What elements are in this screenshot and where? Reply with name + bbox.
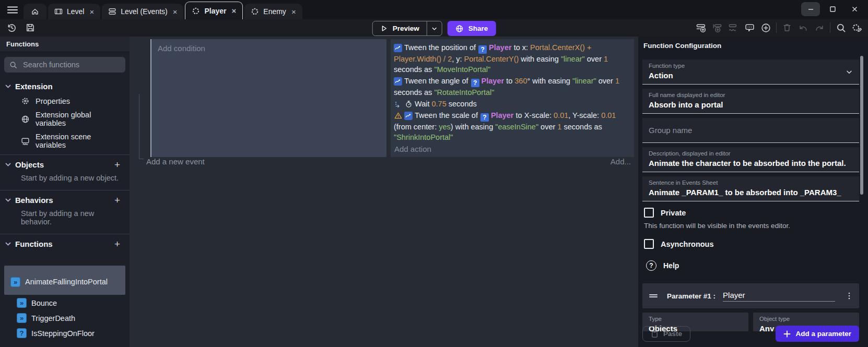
tab-home[interactable] (24, 4, 46, 19)
group-name-field[interactable]: Group name (642, 118, 859, 143)
field-value: Action (649, 71, 853, 80)
close-icon[interactable]: × (173, 8, 178, 16)
object-name: Player (482, 77, 505, 85)
clipboard-icon (651, 330, 659, 338)
function-item-label: TriggerDeath (31, 314, 75, 322)
asynchronous-checkbox[interactable] (644, 239, 654, 249)
event-action[interactable]: Wait 0.75 seconds (394, 98, 630, 110)
maximize-button[interactable] (823, 2, 842, 16)
add-comment-icon[interactable] (744, 21, 755, 34)
close-icon[interactable]: × (291, 8, 296, 16)
function-item-label: Bounce (31, 299, 57, 307)
sidebar-item-properties[interactable]: Properties (0, 94, 130, 108)
add-parameter-button[interactable]: Add a parameter (776, 326, 859, 342)
function-item-issteppingonfloor[interactable]: ? IsSteppingOnFloor (4, 326, 125, 340)
tab-enemy[interactable]: Enemy × (244, 4, 302, 19)
panel-body: Function type Action Full name displayed… (642, 59, 859, 347)
search-icon[interactable] (835, 21, 847, 34)
toolbar-divider (776, 22, 777, 33)
redo-icon[interactable] (814, 21, 825, 34)
parameter-label: Parameter #1 : (667, 292, 715, 300)
object-name: Player (489, 43, 512, 52)
section-label: Functions (15, 240, 53, 248)
function-item-animatefallingintoportal[interactable]: » AnimateFallingIntoPortal (4, 266, 125, 295)
add-condition-button[interactable]: Add condition (158, 44, 205, 53)
description-field[interactable]: Description, displayed in editor Animate… (642, 147, 859, 172)
event-action[interactable]: Tween the position of ?Player to x: Port… (394, 42, 630, 75)
add-event-icon[interactable] (695, 21, 707, 34)
tab-level[interactable]: Level × (48, 4, 100, 19)
preview-dropdown-button[interactable] (427, 21, 442, 35)
add-object-button[interactable]: + (114, 160, 120, 170)
field-label: Sentence in Events Sheet (649, 180, 853, 186)
add-action-button[interactable]: Add action (394, 143, 630, 153)
search-functions-input[interactable] (22, 60, 120, 69)
add-function-button[interactable]: + (114, 239, 120, 249)
edit-extension-icon[interactable] (851, 21, 863, 34)
tab-level-events[interactable]: Level (Events) × (102, 4, 183, 19)
tab-player[interactable]: Player × (185, 2, 243, 19)
function-item-bounce[interactable]: » Bounce (4, 296, 125, 310)
panel-scrollbar[interactable] (860, 56, 863, 195)
event-action[interactable]: Tween the angle of ?Player to 360° with … (394, 75, 630, 98)
delete-icon[interactable] (781, 21, 793, 34)
save-icon[interactable] (24, 21, 37, 34)
help-button[interactable]: ? Help (646, 260, 859, 271)
object-thumbnail-icon: ? (480, 113, 489, 122)
toolbar-left (5, 21, 37, 34)
private-label: Private (661, 209, 686, 217)
preview-button[interactable]: Preview (372, 21, 442, 36)
full-name-field[interactable]: Full name displayed in editor Absorb int… (642, 89, 859, 114)
close-icon[interactable]: × (89, 8, 94, 16)
private-helper-text: This function will be visible in the eve… (644, 222, 859, 230)
tab-label: Level (Events) (121, 7, 167, 16)
private-checkbox[interactable] (644, 208, 654, 218)
section-label: Behaviors (15, 196, 53, 205)
event-action[interactable]: Tween the scale of ?Player to X-scale: 0… (394, 110, 630, 143)
tab-label: Player (204, 7, 226, 15)
add-new-event-button[interactable]: Add a new event (146, 157, 205, 166)
add-subevent-icon[interactable] (711, 21, 723, 34)
section-objects[interactable]: Objects + (0, 155, 130, 173)
drag-handle-icon[interactable] (649, 292, 658, 300)
menu-icon[interactable] (6, 4, 19, 16)
section-behaviors[interactable]: Behaviors + (0, 190, 130, 208)
search-functions-box[interactable] (4, 57, 125, 73)
field-label: Type (649, 316, 742, 322)
condition-function-icon: ? (17, 328, 27, 338)
share-button[interactable]: Share (448, 21, 496, 36)
add-more-icon[interactable] (760, 21, 771, 34)
section-functions[interactable]: Functions + (0, 234, 130, 252)
minimize-button[interactable] (801, 2, 820, 16)
add-behavior-button[interactable]: + (114, 195, 120, 205)
kebab-menu-icon[interactable] (846, 292, 853, 300)
sidebar-item-extension-scene-variables[interactable]: Extension scene variables (0, 130, 130, 152)
chevron-down-icon[interactable] (846, 68, 853, 76)
undo-icon[interactable] (797, 21, 809, 34)
add-other-event-icon[interactable] (728, 21, 739, 34)
event-conditions[interactable]: Add condition (150, 39, 386, 157)
asynchronous-checkbox-row[interactable]: Asynchronous (644, 239, 859, 249)
function-type-field[interactable]: Function type Action (642, 59, 859, 85)
sentence-field[interactable]: Sentence in Events Sheet Animate _PARAM1… (642, 176, 859, 201)
private-checkbox-row[interactable]: Private (644, 208, 859, 218)
paste-button[interactable]: Paste (642, 326, 690, 342)
action-function-icon: » (10, 277, 20, 287)
section-label: Extension (15, 82, 53, 91)
help-icon: ? (646, 260, 656, 271)
event[interactable]: Add condition Tween the position of ?Pla… (150, 39, 634, 157)
close-icon[interactable]: × (232, 7, 237, 15)
add-more-button[interactable]: Add... (611, 157, 631, 166)
function-configuration-panel: Function Configuration Function type Act… (638, 37, 868, 347)
global-variables-icon (21, 115, 30, 124)
history-icon[interactable] (5, 21, 18, 34)
event-tree-line (139, 94, 144, 159)
parameter-name-input[interactable]: Player (723, 291, 835, 302)
sidebar-item-extension-global-variables[interactable]: Extension global variables (0, 108, 130, 130)
chevron-down-icon (5, 162, 11, 167)
parameter-row[interactable]: Parameter #1 : Player (642, 283, 859, 308)
extension-icon (192, 7, 200, 15)
function-item-triggerdeath[interactable]: » TriggerDeath (4, 311, 125, 325)
section-extension[interactable]: Extension (0, 77, 130, 94)
close-button[interactable] (845, 2, 864, 16)
